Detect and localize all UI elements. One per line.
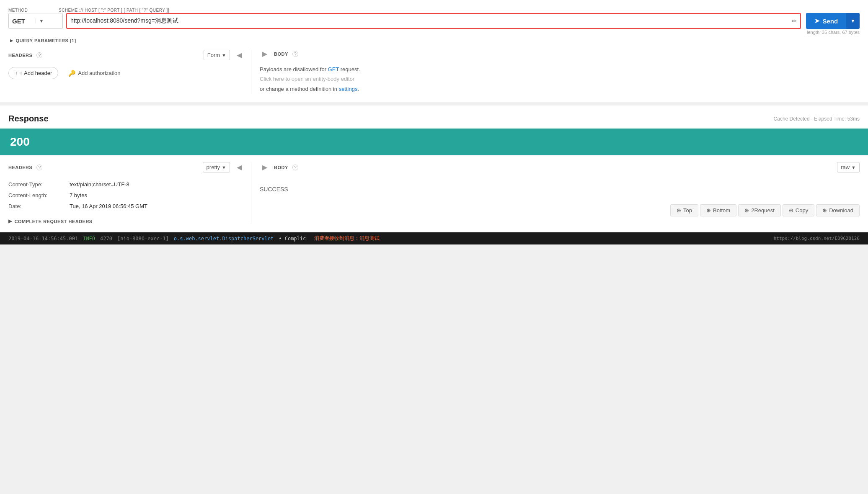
add-authorization-button[interactable]: 🔑 Add authorization — [68, 70, 120, 77]
complete-request-toggle[interactable]: ▶ COMPLETE REQUEST HEADERS — [8, 219, 244, 224]
bottom-icon: ⊕ — [706, 207, 711, 214]
url-input-wrap: ✏ — [66, 13, 801, 29]
status-code: 200 — [10, 135, 30, 148]
form-label: Form — [207, 52, 220, 58]
status-bar: 200 — [0, 129, 868, 155]
add-header-plus: + — [15, 70, 18, 76]
body-get-link[interactable]: GET — [328, 66, 339, 72]
download-button[interactable]: ⊕ Download — [816, 204, 860, 216]
to-request-icon: ⊕ — [744, 207, 749, 214]
body-text3[interactable]: Click here to open an entity-body editor — [260, 76, 354, 82]
log-consumer: 消费者接收到消息：消息测试 — [314, 235, 380, 242]
pretty-select[interactable]: pretty ▼ — [203, 162, 230, 172]
response-body-title: BODY — [274, 165, 288, 170]
scheme-label: SCHEME :// HOST [ ":" PORT ] [ PATH [ "?… — [59, 7, 860, 13]
query-params-toggle[interactable]: ▶ QUERY PARAMETERS [1] — [8, 38, 860, 43]
header-val-content-type: text/plain;charset=UTF-8 — [70, 179, 129, 190]
headers-help-icon[interactable]: ? — [36, 52, 42, 58]
header-val-content-length: 7 bytes — [70, 190, 87, 201]
download-icon: ⊕ — [822, 207, 827, 214]
form-select[interactable]: Form ▼ — [204, 50, 230, 60]
log-service[interactable]: o.s.web.servlet.DispatcherServlet — [174, 236, 274, 242]
send-button[interactable]: ➤ Send — [806, 13, 846, 29]
edit-icon[interactable]: ✏ — [788, 18, 797, 24]
table-row: Content-Type: text/plain;charset=UTF-8 — [8, 179, 244, 190]
body-content: Payloads are disallowed for GET request.… — [260, 64, 860, 94]
query-params-label: QUERY PARAMETERS [1] — [16, 38, 76, 43]
log-url[interactable]: https://blog.csdn.net/E09620126 — [774, 236, 860, 241]
copy-button[interactable]: ⊕ Copy — [783, 204, 814, 216]
key-icon: 🔑 — [68, 70, 75, 77]
url-input[interactable] — [70, 18, 788, 24]
response-action-buttons: ⊕ Top ⊕ Bottom ⊕ 2Request ⊕ Copy ⊕ Dow — [260, 204, 860, 216]
send-button-group: ➤ Send ▼ — [806, 13, 860, 29]
response-body-help-icon[interactable]: ? — [292, 165, 298, 170]
pretty-dropdown-arrow: ▼ — [222, 165, 226, 170]
collapse-left-arrow[interactable]: ◀ — [234, 51, 244, 59]
response-body-success: SUCCESS — [260, 179, 860, 199]
method-value: GET — [12, 18, 32, 25]
body-panel-header: ▶ BODY ? — [260, 50, 860, 58]
send-dropdown-button[interactable]: ▼ — [846, 13, 860, 29]
form-dropdown-arrow: ▼ — [222, 53, 226, 58]
log-action: • Complic — [279, 236, 306, 242]
body-help-icon[interactable]: ? — [292, 51, 298, 57]
method-select[interactable]: GET ▼ — [8, 13, 63, 29]
body-panel: ▶ BODY ? Payloads are disallowed for GET… — [251, 50, 860, 94]
response-header-row: Response Cache Detected - Elapsed Time: … — [8, 114, 860, 124]
request-panel: METHOD SCHEME :// HOST [ ":" PORT ] [ PA… — [0, 0, 868, 102]
bottom-label: Bottom — [713, 207, 730, 214]
send-label: Send — [822, 18, 838, 25]
headers-actions: + + Add header 🔑 Add authorization — [8, 67, 244, 79]
header-key-content-type: Content-Type: — [8, 179, 63, 190]
add-auth-label: Add authorization — [78, 70, 120, 76]
method-dropdown-arrow[interactable]: ▼ — [36, 18, 59, 23]
top-button[interactable]: ⊕ Top — [670, 204, 698, 216]
response-headers-title: HEADERS — [8, 165, 32, 170]
raw-dropdown-arrow: ▼ — [851, 165, 856, 170]
complete-req-triangle: ▶ — [8, 219, 12, 224]
add-header-button[interactable]: + + Add header — [8, 67, 58, 79]
response-body-header: ▶ BODY ? raw ▼ — [260, 162, 860, 172]
log-context: [nio-8080-exec-1] — [117, 236, 169, 242]
download-label: Download — [829, 207, 853, 214]
expand-right-arrow[interactable]: ▶ — [260, 50, 270, 58]
table-row: Content-Length: 7 bytes — [8, 190, 244, 201]
response-panels-row: HEADERS ? pretty ▼ ◀ Content-Type: text/… — [8, 162, 860, 224]
response-headers-table: Content-Type: text/plain;charset=UTF-8 C… — [8, 179, 244, 212]
complete-req-label: COMPLETE REQUEST HEADERS — [15, 219, 93, 224]
header-key-content-length: Content-Length: — [8, 190, 63, 201]
body-settings-link[interactable]: settings — [339, 86, 358, 92]
table-row: Date: Tue, 16 Apr 2019 06:56:45 GMT — [8, 201, 244, 212]
method-label-text: METHOD — [8, 8, 28, 13]
response-headers-help-icon[interactable]: ? — [36, 165, 42, 170]
log-level: INFO — [83, 236, 95, 242]
labels-row: METHOD SCHEME :// HOST [ ":" PORT ] [ PA… — [8, 7, 860, 13]
body-text2: request. — [339, 66, 360, 72]
body-text5: . — [357, 86, 359, 92]
headers-body-row: HEADERS ? Form ▼ ◀ + + Add header 🔑 Add … — [8, 50, 860, 94]
to-request-button[interactable]: ⊕ 2Request — [738, 204, 781, 216]
triangle-icon: ▶ — [10, 39, 13, 43]
top-icon: ⊕ — [677, 207, 681, 214]
response-body-panel: ▶ BODY ? raw ▼ SUCCESS ⊕ Top ⊕ Bottom — [251, 162, 860, 224]
log-bar: 2019-04-16 14:56:45.001 INFO 4270 [nio-8… — [0, 232, 868, 244]
body-text1: Payloads are disallowed for — [260, 66, 328, 72]
url-send-row: GET ▼ ✏ ➤ Send ▼ — [8, 13, 860, 29]
headers-panel-header: HEADERS ? Form ▼ ◀ — [8, 50, 244, 60]
headers-panel: HEADERS ? Form ▼ ◀ + + Add header 🔑 Add … — [8, 50, 251, 94]
log-code: 4270 — [100, 236, 112, 242]
response-collapse-arrow[interactable]: ◀ — [234, 163, 244, 171]
headers-title: HEADERS — [8, 53, 32, 58]
bottom-button[interactable]: ⊕ Bottom — [700, 204, 736, 216]
header-key-date: Date: — [8, 201, 63, 212]
pretty-label: pretty — [207, 164, 220, 170]
raw-select[interactable]: raw ▼ — [837, 162, 860, 172]
response-meta: Cache Detected - Elapsed Time: 53ms — [774, 116, 860, 122]
to-request-label: 2Request — [751, 207, 775, 214]
body-title: BODY — [274, 51, 288, 57]
body-text4: or change a method definition in — [260, 86, 339, 92]
response-expand-arrow[interactable]: ▶ — [260, 163, 270, 171]
raw-label: raw — [841, 164, 850, 170]
copy-label: Copy — [796, 207, 808, 214]
